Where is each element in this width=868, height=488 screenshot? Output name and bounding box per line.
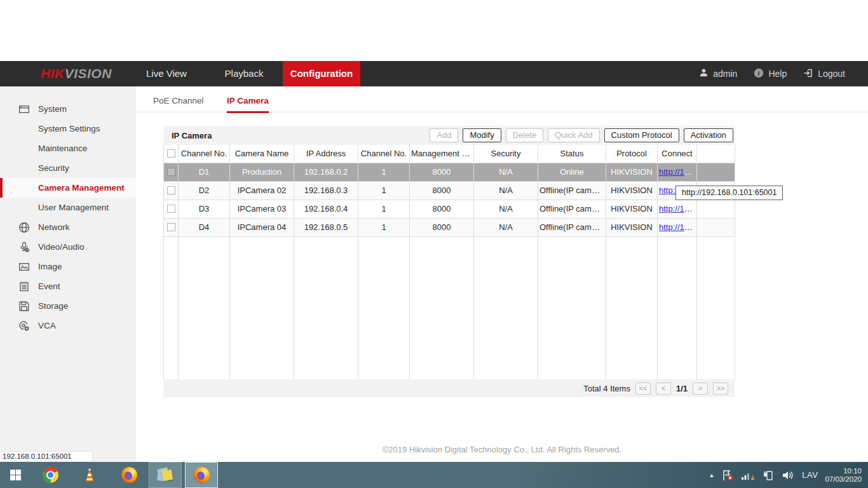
row-checkbox[interactable] <box>167 168 175 176</box>
help-button[interactable]: i Help <box>754 68 787 80</box>
main-content: PoE Channel IP Camera IP Camera Add Modi… <box>136 86 868 462</box>
select-all-checkbox[interactable] <box>167 149 175 158</box>
toolbar-buttons: Add Modify Delete Quick Add Custom Proto… <box>430 128 735 142</box>
connect-link[interactable]: http://19... <box>659 167 696 177</box>
table-row[interactable]: D2 IPCamera 02 192.168.0.3 1 8000 N/A Of… <box>164 181 735 200</box>
sidebar-item-network[interactable]: Network <box>0 217 136 237</box>
sidebar-item-vca[interactable]: VCA <box>0 316 136 336</box>
sidebar-item-security[interactable]: Security <box>0 158 136 178</box>
first-page-button[interactable]: << <box>635 383 651 395</box>
col-ip-address: IP Address <box>294 145 358 163</box>
tray-expand-icon[interactable]: ▲ <box>709 472 714 478</box>
sidebar-item-camera-management[interactable]: Camera Management <box>0 178 136 198</box>
table-row[interactable]: D3 IPCamera 03 192.168.0.4 1 8000 N/A Of… <box>164 200 735 218</box>
cell-channel: D4 <box>179 218 230 236</box>
clock-time: 10:10 <box>825 467 862 475</box>
windows-logo-icon <box>10 470 21 480</box>
cell-channel2: 1 <box>358 181 410 200</box>
table-header-row: Channel No. Camera Name IP Address Chann… <box>164 145 735 163</box>
svg-text:i: i <box>758 69 760 76</box>
sidebar-item-system-settings[interactable]: System Settings <box>0 119 136 139</box>
cell-channel: D2 <box>179 181 230 200</box>
start-button[interactable] <box>0 462 31 488</box>
cell-ip: 192.168.0.2 <box>294 163 358 181</box>
network-signal-icon[interactable] <box>741 469 755 482</box>
firefox-window-button[interactable] <box>185 462 218 488</box>
cell-name: IPCamera 04 <box>230 218 294 236</box>
vlc-icon <box>81 467 98 484</box>
sidebar-item-image[interactable]: Image <box>0 257 136 276</box>
cell-port: 8000 <box>410 200 474 218</box>
row-checkbox[interactable] <box>167 186 175 194</box>
logout-button[interactable]: Logout <box>803 68 845 80</box>
pagination-bar: Total 4 Items << < 1/1 > >> <box>163 379 735 397</box>
clock[interactable]: 10:10 07/03/2020 <box>825 467 862 484</box>
chrome-icon <box>43 467 58 483</box>
cell-protocol: HIKVISION <box>606 163 658 181</box>
nav-live-view[interactable]: Live View <box>128 61 205 86</box>
table-row[interactable]: D4 IPCamera 04 192.168.0.5 1 8000 N/A Of… <box>164 218 735 236</box>
main-nav: Live View Playback Configuration <box>128 61 360 86</box>
sidebar-item-event[interactable]: Event <box>0 276 136 296</box>
custom-protocol-button[interactable]: Custom Protocol <box>604 128 679 142</box>
header-user-area: admin i Help Logout <box>699 68 845 80</box>
link-tooltip: http://192.168.0.101:65001 <box>675 186 783 200</box>
cell-status: Online <box>538 163 606 181</box>
sidebar-item-storage[interactable]: Storage <box>0 296 136 316</box>
sidebar-item-maintenance[interactable]: Maintenance <box>0 139 136 158</box>
firefox-taskbar-icon[interactable] <box>109 462 149 488</box>
nav-playback[interactable]: Playback <box>205 61 283 86</box>
col-status: Status <box>538 145 606 163</box>
clock-date: 07/03/2020 <box>825 475 862 484</box>
page-indicator: 1/1 <box>676 384 688 393</box>
cell-protocol: HIKVISION <box>606 181 658 200</box>
firefox-icon <box>194 467 210 483</box>
browser-status-url: 192.168.0.101:65001 <box>0 451 93 462</box>
camera-tabs: PoE Channel IP Camera <box>136 86 868 112</box>
cell-security: N/A <box>474 181 538 200</box>
table-row[interactable]: D1 Production 192.168.0.2 1 8000 N/A Onl… <box>164 163 735 181</box>
flag-notification-icon[interactable] <box>721 469 734 482</box>
cell-status: Offline(IP camera... <box>538 181 606 200</box>
ip-camera-panel: IP Camera Add Modify Delete Quick Add Cu… <box>163 126 735 397</box>
last-page-button[interactable]: >> <box>713 383 728 395</box>
nav-configuration[interactable]: Configuration <box>283 61 360 86</box>
cell-port: 8000 <box>410 163 474 181</box>
connect-link[interactable]: http://19... <box>659 222 696 232</box>
cell-channel2: 1 <box>358 163 410 181</box>
vlc-taskbar-icon[interactable] <box>70 462 109 488</box>
pc-status-icon[interactable] <box>762 469 775 482</box>
add-button[interactable]: Add <box>430 128 458 142</box>
sidebar: System System Settings Maintenance Secur… <box>0 86 136 462</box>
user-icon <box>699 68 709 79</box>
quick-add-button[interactable]: Quick Add <box>548 128 599 142</box>
sidebar-item-video-audio[interactable]: Video/Audio <box>0 237 136 257</box>
cell-status: Offline(IP camera... <box>538 218 606 236</box>
delete-button[interactable]: Delete <box>506 128 544 142</box>
sticky-notes-window-button[interactable] <box>149 462 182 488</box>
row-checkbox[interactable] <box>167 205 175 213</box>
cell-ip: 192.168.0.4 <box>294 200 358 218</box>
sidebar-item-system[interactable]: System <box>0 99 136 119</box>
col-connect: Connect <box>658 145 697 163</box>
cell-status: Offline(IP camera... <box>538 200 606 218</box>
tab-poe-channel[interactable]: PoE Channel <box>153 96 204 111</box>
activation-button[interactable]: Activation <box>684 128 733 142</box>
chrome-taskbar-icon[interactable] <box>31 462 70 488</box>
sidebar-item-user-management[interactable]: User Management <box>0 198 136 217</box>
cell-channel2: 1 <box>358 200 410 218</box>
row-checkbox[interactable] <box>167 223 175 231</box>
volume-icon[interactable] <box>782 469 795 482</box>
user-menu[interactable]: admin <box>699 68 737 79</box>
tab-ip-camera[interactable]: IP Camera <box>227 96 269 113</box>
vca-icon <box>18 320 30 332</box>
cell-name: IPCamera 02 <box>230 181 294 200</box>
connect-link[interactable]: http://19... <box>659 204 696 214</box>
prev-page-button[interactable]: < <box>656 383 671 395</box>
col-management-port: Management Port <box>410 145 474 163</box>
language-indicator[interactable]: LAV <box>802 470 818 480</box>
next-page-button[interactable]: > <box>693 383 708 395</box>
user-name: admin <box>713 69 737 79</box>
logo-hik: HIK <box>41 66 65 81</box>
modify-button[interactable]: Modify <box>463 128 501 142</box>
